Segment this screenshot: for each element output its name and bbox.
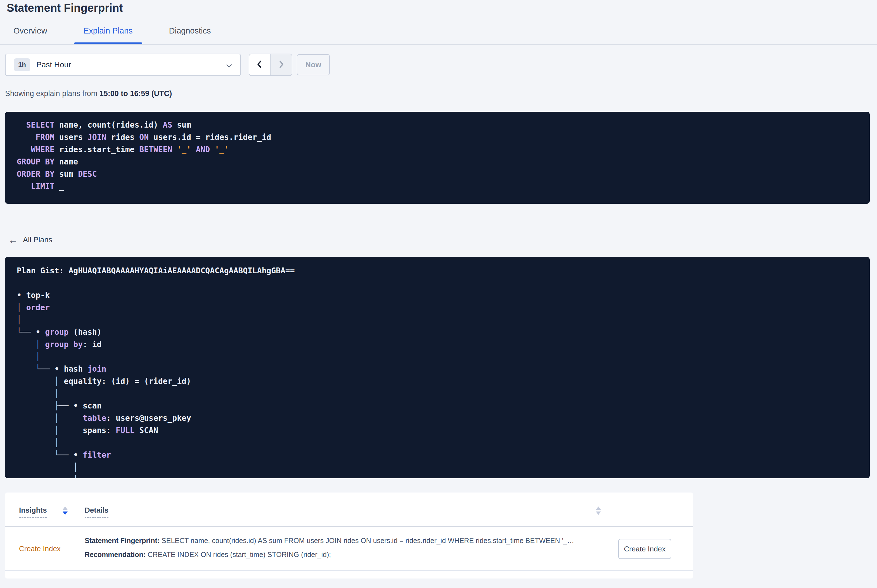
table-header-divider (5, 526, 693, 526)
table-row-divider (5, 570, 693, 571)
sort-up-arrow (596, 507, 601, 510)
tab-bar: Overview Explain Plans Diagnostics (0, 17, 877, 45)
create-index-button-label: Create Index (624, 545, 666, 554)
column-header-insights[interactable]: Insights (19, 506, 47, 518)
showing-range-value: 15:00 to 16:59 (UTC) (99, 89, 172, 98)
insight-type-link[interactable]: Create Index (19, 544, 61, 553)
sort-icon[interactable] (596, 507, 601, 515)
create-index-button[interactable]: Create Index (618, 539, 671, 559)
tab-diagnostics[interactable]: Diagnostics (159, 17, 221, 45)
sort-up-arrow (63, 507, 68, 510)
sort-icon[interactable] (63, 507, 68, 515)
chevron-right-icon (277, 60, 286, 70)
plan-gist-block: Plan Gist: AgHUAQIABQAAAAHYAQIAiAEAAAADC… (5, 257, 870, 478)
chevron-down-icon (225, 62, 233, 71)
tab-overview-label: Overview (14, 26, 47, 36)
tab-explain-plans[interactable]: Explain Plans (74, 17, 142, 45)
detail-statement-line: Statement Fingerprint:SELECT name, count… (85, 537, 574, 545)
time-range-badge: 1h (14, 58, 30, 71)
chevron-left-icon (255, 60, 265, 70)
page-title: Statement Fingerprint (7, 0, 123, 15)
now-button[interactable]: Now (297, 54, 330, 75)
sql-code: SELECT name, count(rides.id) AS sum FROM… (17, 119, 864, 193)
all-plans-link[interactable]: ← All Plans (8, 233, 52, 246)
tab-diagnostics-label: Diagnostics (169, 26, 211, 36)
time-nav-group (249, 54, 292, 76)
time-range-value: Past Hour (36, 60, 71, 69)
sort-down-arrow (596, 512, 601, 515)
tab-explain-plans-label: Explain Plans (84, 26, 133, 36)
detail-recommendation-line: Recommendation:CREATE INDEX ON rides (st… (85, 550, 331, 559)
all-plans-label: All Plans (23, 236, 52, 244)
sql-statement-block: SELECT name, count(rides.id) AS sum FROM… (5, 112, 870, 204)
previous-interval-button[interactable] (249, 54, 271, 75)
showing-range-text: Showing explain plans from 15:00 to 16:5… (5, 89, 172, 98)
statement-fingerprint-value: SELECT name, count(rides.id) AS sum FROM… (161, 537, 574, 544)
recommendation-value: CREATE INDEX ON rides (start_time) STORI… (147, 550, 331, 558)
sort-down-arrow (63, 512, 68, 515)
tab-bar-divider (0, 44, 877, 45)
insights-card (5, 492, 693, 579)
next-interval-button[interactable] (271, 54, 292, 75)
arrow-left-icon: ← (8, 235, 18, 244)
recommendation-label: Recommendation: (85, 550, 146, 558)
statement-fingerprint-label: Statement Fingerprint: (85, 537, 159, 544)
statement-fingerprint-page: Statement Fingerprint Overview Explain P… (0, 0, 877, 588)
tab-overview[interactable]: Overview (4, 17, 57, 45)
time-range-select[interactable]: 1h Past Hour (5, 54, 241, 76)
now-button-label: Now (305, 61, 321, 69)
plan-tree-code: Plan Gist: AgHUAQIABQAAAAHYAQIAiAEAAAADC… (17, 265, 864, 478)
column-header-details[interactable]: Details (85, 506, 108, 518)
